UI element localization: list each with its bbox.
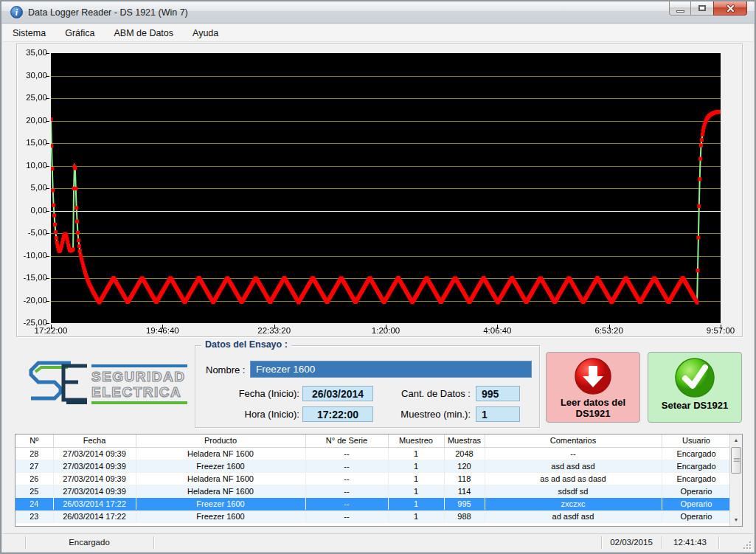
table-cell: Encargado [662, 447, 729, 460]
minimize-button[interactable] [669, 1, 691, 15]
table-cell: ad asdf asd [485, 510, 662, 522]
setear-button[interactable]: Setear DS1921 [648, 352, 742, 423]
check-icon [674, 357, 715, 398]
column-header[interactable]: Producto [136, 434, 305, 447]
table-cell: -- [305, 472, 388, 485]
resize-grip[interactable] [742, 540, 751, 549]
close-icon [725, 3, 736, 14]
menu-item-gr-fica[interactable]: Gráfica [55, 24, 104, 42]
column-header[interactable]: Fecha [53, 434, 136, 447]
cant-datos-field[interactable] [476, 386, 520, 401]
minimize-icon [676, 10, 684, 13]
table-cell: Operario [662, 510, 729, 522]
column-header[interactable]: Comentarios [485, 434, 662, 447]
table-cell: 26 [15, 472, 53, 485]
scroll-down-icon[interactable]: ▼ [730, 514, 742, 526]
window-controls [669, 1, 747, 15]
table-cell: -- [305, 460, 388, 472]
scrollbar-thumb[interactable] [731, 447, 741, 474]
table-cell: 1 [388, 497, 444, 510]
table-cell: -- [485, 447, 662, 460]
table-cell: 995 [444, 497, 485, 510]
column-header[interactable]: N° de Serie [305, 434, 388, 447]
table-cell: Encargado [662, 472, 729, 485]
x-axis-label: 19:46:40 [133, 326, 192, 335]
table-row[interactable]: 2426/03/2014 17:22Freezer 1600--1995zxcz… [15, 497, 729, 510]
table-cell: 118 [444, 472, 485, 485]
y-axis-label: -20,00 [17, 296, 47, 305]
cant-datos-label: Cant. de Datos : [393, 388, 471, 399]
table-row[interactable]: 2527/03/2014 09:39Heladera NF 1600--1114… [15, 485, 729, 497]
table-row[interactable]: 2727/03/2014 09:39Freezer 1600--1120asd … [15, 460, 729, 472]
company-logo: SEGURIDAD ELECTRICA [21, 356, 189, 419]
table-cell: Heladera NF 1600 [136, 485, 305, 497]
muestreo-field[interactable] [476, 406, 520, 422]
x-axis-label: 4:06:40 [468, 326, 527, 335]
status-bar: Encargado 02/03/2015 12:41:43 [3, 533, 753, 551]
table-cell: 23 [15, 510, 53, 522]
table-scrollbar[interactable]: ▲ ▼ [729, 434, 742, 526]
table-cell: 27/03/2014 09:39 [53, 472, 136, 485]
window-title: Data Logger Reader - DS 1921 (Win 7) [28, 7, 188, 18]
menu-item-ayuda[interactable]: Ayuda [183, 24, 228, 42]
menu-item-sistema[interactable]: Sistema [3, 24, 55, 42]
logo-word-electrica: ELECTRICA [91, 384, 187, 400]
app-info-icon: i [10, 6, 23, 18]
close-button[interactable] [713, 1, 747, 15]
logo-word-seguridad: SEGURIDAD [91, 369, 187, 384]
y-axis-label: 0,00 [17, 206, 47, 215]
table-cell: 27/03/2014 09:39 [53, 460, 136, 472]
table-row[interactable]: 2827/03/2014 09:39Heladera NF 1600--1204… [15, 447, 729, 460]
maximize-button[interactable] [691, 1, 713, 15]
column-header[interactable]: Muestreo [388, 434, 444, 447]
records-grid: NºFechaProductoN° de SerieMuestreoMuestr… [15, 434, 729, 526]
setear-label: Setear DS1921 [662, 400, 728, 411]
column-header[interactable]: Usuario [662, 434, 729, 447]
nombre-input[interactable] [250, 361, 532, 378]
logo-se-mark [25, 357, 90, 407]
table-cell: 114 [444, 485, 485, 497]
title-bar[interactable]: i Data Logger Reader - DS 1921 (Win 7) [1, 1, 755, 24]
table-cell: 1 [388, 485, 444, 497]
table-cell: -- [305, 485, 388, 497]
table-cell: as ad asd as dasd [485, 472, 662, 485]
group-title: Datos del Ensayo : [201, 339, 291, 350]
x-axis-label: 1:20:00 [356, 326, 415, 335]
table-cell: sdsdf sd [485, 485, 662, 497]
status-date: 02/03/2015 [601, 534, 662, 551]
table-cell: 1 [388, 447, 444, 460]
fecha-inicio-label: Fecha (Inicio): [226, 388, 299, 399]
y-axis-label: 10,00 [17, 161, 47, 170]
column-header[interactable]: Muestras [444, 434, 485, 447]
scroll-up-icon[interactable]: ▲ [730, 434, 742, 446]
table-cell: 988 [444, 510, 485, 522]
temperature-chart [17, 44, 742, 336]
column-header[interactable]: Nº [15, 434, 53, 447]
y-axis-label: 15,00 [17, 138, 47, 147]
download-arrow-icon [574, 357, 612, 395]
hora-inicio-label: Hora (Inicio): [226, 409, 299, 420]
menu-item-abm-de-datos[interactable]: ABM de Datos [104, 24, 183, 42]
table-cell: -- [305, 510, 388, 522]
status-separator [718, 536, 720, 549]
table-row[interactable]: 2627/03/2014 09:39Heladera NF 1600--1118… [15, 472, 729, 485]
hora-inicio-field[interactable] [302, 406, 373, 422]
x-axis-label: 22:33:20 [245, 326, 304, 335]
y-axis-label: -10,00 [17, 251, 47, 260]
table-row[interactable]: 2326/03/2014 17:22Freezer 1600--1988ad a… [15, 510, 729, 522]
y-axis-label: 25,00 [17, 93, 47, 102]
table-cell: Heladera NF 1600 [136, 447, 305, 460]
fecha-inicio-field[interactable] [302, 386, 373, 401]
chart-panel: 35,0030,0025,0020,0015,0010,005,000,00-5… [16, 44, 743, 337]
leer-datos-button[interactable]: Leer datos del DS1921 [546, 352, 640, 423]
y-axis-label: 5,00 [17, 183, 47, 192]
table-cell: Encargado [662, 460, 729, 472]
nombre-label: Nombre : [206, 364, 245, 375]
table-cell: 28 [15, 447, 53, 460]
app-window: i Data Logger Reader - DS 1921 (Win 7) S… [0, 0, 756, 554]
table-cell: 27/03/2014 09:39 [53, 447, 136, 460]
records-table: NºFechaProductoN° de SerieMuestreoMuestr… [15, 434, 743, 527]
table-header-row: NºFechaProductoN° de SerieMuestreoMuestr… [15, 434, 729, 447]
thumb-grip [734, 458, 740, 459]
status-time: 12:41:43 [662, 534, 718, 551]
